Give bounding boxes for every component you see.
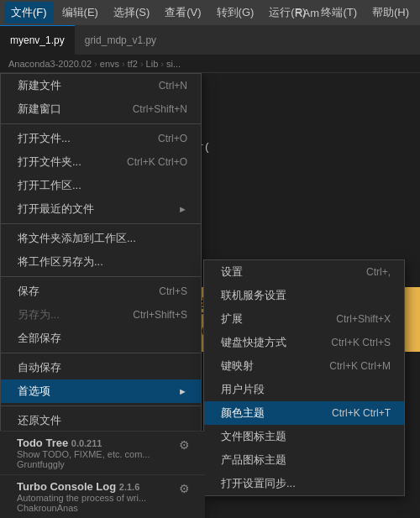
ext-todo-tree: Todo Tree 0.0.211 Show TODO, FIXME, etc.… [0, 431, 205, 474]
tab-grid-label: grid_mdp_v1.py [85, 34, 156, 46]
tabs-area: myenv_1.py grid_mdp_v1.py [0, 25, 420, 55]
menu-terminal[interactable]: 终端(T) [314, 2, 364, 24]
turbo-console-gear[interactable]: ⚙ [177, 480, 192, 497]
ram-display: RAm [295, 0, 319, 25]
menu-recent[interactable]: 打开最近的文件 ► [1, 197, 201, 221]
tab-myenv-label: myenv_1.py [10, 34, 65, 46]
breadcrumb-part2[interactable]: envs [100, 59, 119, 69]
settings-settings[interactable]: 设置 Ctrl+, [204, 260, 404, 284]
menu-bar: 文件(F) 编辑(E) 选择(S) 查看(V) 转到(G) 运行(R) 终端(T… [0, 0, 420, 25]
extensions-panel: Todo Tree 0.0.211 Show TODO, FIXME, etc.… [0, 431, 205, 518]
menu-preferences[interactable]: 首选项 ► [1, 379, 201, 403]
tab-myenv[interactable]: myenv_1.py [0, 25, 75, 55]
menu-open-file[interactable]: 打开文件... Ctrl+O [1, 127, 201, 150]
menu-goto[interactable]: 转到(G) [210, 2, 261, 24]
menu-revert[interactable]: 还原文件 [1, 409, 201, 432]
settings-submenu: 设置 Ctrl+, 联机服务设置 扩展 Ctrl+Shift+X 键盘快捷方式 … [203, 259, 405, 496]
sep5 [1, 406, 201, 406]
menu-file[interactable]: 文件(F) [4, 2, 54, 24]
breadcrumb-part5[interactable]: si... [166, 59, 181, 69]
breadcrumb: Anaconda3-2020.02 › envs › tf2 › Lib › s… [0, 55, 420, 73]
settings-sync[interactable]: 打开设置同步... [204, 472, 404, 495]
menu-new-file[interactable]: 新建文件 Ctrl+N [1, 74, 201, 97]
menu-open-folder[interactable]: 打开文件夹... Ctrl+K Ctrl+O [1, 150, 201, 174]
menu-autosave[interactable]: 自动保存 [1, 356, 201, 379]
sep1 [1, 123, 201, 124]
menu-view[interactable]: 查看(V) [158, 2, 207, 24]
sep3 [1, 276, 201, 277]
menu-help[interactable]: 帮助(H) [365, 2, 416, 24]
menu-save-workspace[interactable]: 将工作区另存为... [1, 250, 201, 274]
settings-keymap[interactable]: 键映射 Ctrl+K Ctrl+M [204, 354, 404, 378]
menu-new-window[interactable]: 新建窗口 Ctrl+Shift+N [1, 97, 201, 121]
menu-add-folder[interactable]: 将文件夹添加到工作区... [1, 227, 201, 250]
menu-open-workspace[interactable]: 打开工作区... [1, 174, 201, 197]
breadcrumb-part4[interactable]: Lib [146, 59, 159, 69]
breadcrumb-part1[interactable]: Anaconda3-2020.02 [8, 59, 92, 69]
breadcrumb-part3[interactable]: tf2 [128, 59, 138, 69]
editor-area: 1 import logging 2 import random 3 impor… [0, 73, 420, 518]
settings-product-icon-theme[interactable]: 产品图标主题 [204, 448, 404, 472]
menu-save-as[interactable]: 另存为... Ctrl+Shift+S [1, 303, 201, 327]
sep4 [1, 353, 201, 353]
menu-edit[interactable]: 编辑(E) [55, 2, 105, 24]
menu-save[interactable]: 保存 Ctrl+S [1, 280, 201, 303]
settings-keyboard-shortcuts[interactable]: 键盘快捷方式 Ctrl+K Ctrl+S [204, 331, 404, 354]
settings-online[interactable]: 联机服务设置 [204, 284, 404, 307]
settings-snippets[interactable]: 用户片段 [204, 378, 404, 401]
tab-grid[interactable]: grid_mdp_v1.py [75, 25, 166, 55]
sep2 [1, 223, 201, 224]
settings-color-theme[interactable]: 颜色主题 Ctrl+K Ctrl+T [204, 401, 404, 425]
menu-select[interactable]: 选择(S) [107, 2, 156, 24]
ext-turbo-console: Turbo Console Log 2.1.6 Automating the p… [0, 474, 205, 518]
settings-file-icon-theme[interactable]: 文件图标主题 [204, 425, 404, 448]
menu-save-all[interactable]: 全部保存 [1, 327, 201, 350]
todo-tree-gear[interactable]: ⚙ [177, 437, 192, 453]
settings-extensions[interactable]: 扩展 Ctrl+Shift+X [204, 307, 404, 331]
